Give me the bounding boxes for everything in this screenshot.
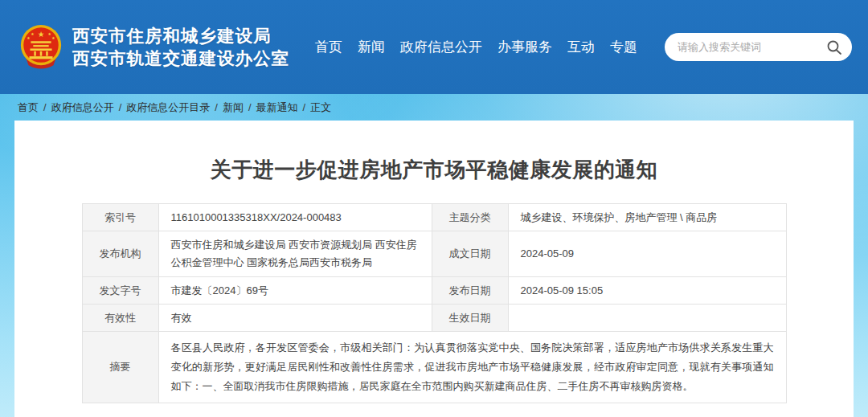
svg-text:★: ★ — [38, 29, 45, 38]
nav-topics[interactable]: 专题 — [610, 38, 637, 56]
nav-interaction[interactable]: 互动 — [567, 38, 595, 56]
search-input[interactable] — [678, 41, 826, 53]
org-name: 西安市住房和城乡建设局 西安市轨道交通建设办公室 — [72, 25, 289, 70]
meta-label-effective-date: 生效日期 — [432, 305, 508, 332]
meta-value-effective-date — [508, 305, 786, 332]
svg-text:★: ★ — [31, 31, 35, 35]
meta-label-written-date: 成文日期 — [432, 231, 508, 277]
meta-label-issuing-agency: 发布机构 — [82, 231, 158, 277]
table-row: 有效性 有效 生效日期 — [82, 305, 786, 332]
nav-home[interactable]: 首页 — [315, 38, 342, 56]
meta-value-topic-category: 城乡建设、环境保护、房地产管理 \ 商品房 — [508, 204, 786, 231]
meta-label-validity: 有效性 — [82, 305, 158, 332]
breadcrumb-gov-info[interactable]: 政府信息公开 — [51, 100, 114, 115]
page: ★ ★ ★ ★ ★ 西安市住房和城乡建设局 西安市轨道交通建设办公室 首页 新闻 — [0, 0, 868, 417]
table-row: 索引号 1161010001335318XX/2024-000483 主题分类 … — [82, 204, 786, 231]
breadcrumb-home[interactable]: 首页 — [18, 100, 39, 115]
org-name-line2: 西安市轨道交通建设办公室 — [72, 47, 289, 70]
main-nav: 首页 新闻 政府信息公开 办事服务 互动 专题 — [315, 38, 637, 56]
meta-label-topic-category: 主题分类 — [432, 204, 508, 231]
nav-news[interactable]: 新闻 — [358, 38, 385, 56]
search-icon[interactable] — [826, 39, 842, 55]
meta-value-doc-number: 市建发〔2024〕69号 — [158, 277, 432, 305]
svg-text:★: ★ — [51, 36, 55, 40]
breadcrumb-gov-info-catalog[interactable]: 政府信息公开目录 — [126, 100, 210, 115]
meta-value-validity: 有效 — [158, 305, 432, 332]
breadcrumb-separator: / — [43, 101, 47, 113]
breadcrumb-separator: / — [119, 101, 122, 113]
site-header: ★ ★ ★ ★ ★ 西安市住房和城乡建设局 西安市轨道交通建设办公室 首页 新闻 — [0, 0, 868, 94]
national-emblem-icon: ★ ★ ★ ★ ★ — [18, 24, 64, 71]
meta-value-written-date: 2024-05-09 — [508, 231, 786, 277]
meta-label-index-number: 索引号 — [82, 204, 158, 231]
content-card: 关于进一步促进房地产市场平稳健康发展的通知 索引号 11610100013353… — [14, 121, 854, 417]
page-body: 首页 / 政府信息公开 / 政府信息公开目录 / 新闻 / 最新通知 / 正文 … — [0, 94, 868, 417]
breadcrumb-separator: / — [248, 101, 252, 113]
breadcrumb: 首页 / 政府信息公开 / 政府信息公开目录 / 新闻 / 最新通知 / 正文 — [0, 94, 868, 121]
meta-value-publish-date: 2024-05-09 15:05 — [508, 277, 786, 305]
breadcrumb-separator: / — [215, 101, 218, 113]
breadcrumb-separator: / — [303, 101, 306, 113]
site-logo[interactable]: ★ ★ ★ ★ ★ 西安市住房和城乡建设局 西安市轨道交通建设办公室 — [18, 24, 289, 71]
meta-label-abstract: 摘要 — [82, 332, 158, 403]
meta-label-publish-date: 发布日期 — [432, 277, 508, 305]
org-name-line1: 西安市住房和城乡建设局 — [72, 25, 289, 47]
breadcrumb-news[interactable]: 新闻 — [223, 100, 244, 115]
meta-value-issuing-agency: 西安市住房和城乡建设局 西安市资源规划局 西安住房公积金管理中心 国家税务总局西… — [158, 231, 432, 277]
breadcrumb-current-article: 正文 — [310, 100, 331, 115]
doc-meta-table: 索引号 1161010001335318XX/2024-000483 主题分类 … — [82, 203, 787, 403]
nav-services[interactable]: 办事服务 — [497, 38, 552, 56]
meta-value-abstract: 各区县人民政府，各开发区管委会，市级相关部门：为认真贯彻落实党中央、国务院决策部… — [158, 332, 786, 403]
table-row: 发文字号 市建发〔2024〕69号 发布日期 2024-05-09 15:05 — [82, 277, 786, 305]
svg-text:★: ★ — [47, 31, 51, 35]
search-box[interactable] — [665, 33, 852, 61]
svg-text:★: ★ — [27, 36, 31, 40]
nav-gov-info-disclosure[interactable]: 政府信息公开 — [400, 38, 482, 56]
table-row: 发布机构 西安市住房和城乡建设局 西安市资源规划局 西安住房公积金管理中心 国家… — [82, 231, 786, 277]
meta-label-doc-number: 发文字号 — [82, 277, 158, 305]
meta-value-index-number: 1161010001335318XX/2024-000483 — [158, 204, 432, 231]
page-title: 关于进一步促进房地产市场平稳健康发展的通知 — [14, 156, 854, 184]
breadcrumb-latest-notices[interactable]: 最新通知 — [256, 100, 298, 115]
table-row: 摘要 各区县人民政府，各开发区管委会，市级相关部门：为认真贯彻落实党中央、国务院… — [82, 332, 786, 403]
